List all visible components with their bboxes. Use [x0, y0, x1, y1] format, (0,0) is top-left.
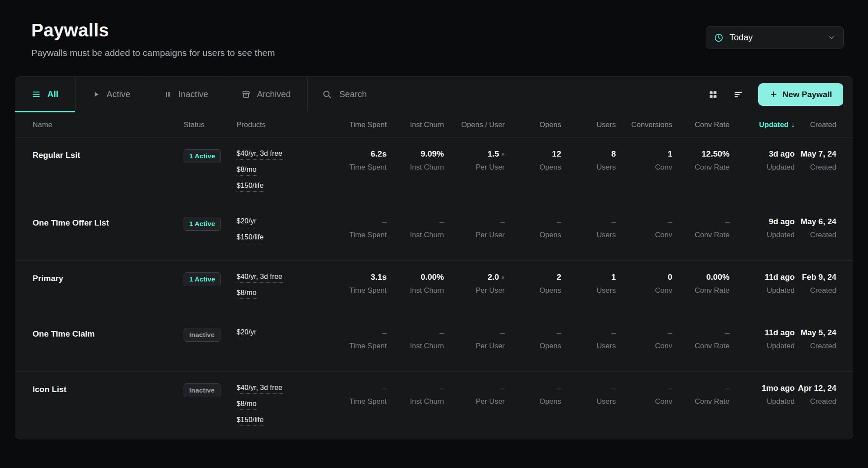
column-header-inst-churn[interactable]: Inst Churn [387, 121, 444, 129]
product-item[interactable]: $20/yr [237, 217, 256, 227]
metric-value: – [444, 217, 505, 226]
table-row[interactable]: Icon ListInactive$40/yr, 3d free$8/mo$15… [15, 372, 853, 439]
column-header-created[interactable]: Created [795, 121, 836, 129]
column-header-opens[interactable]: Opens [505, 121, 561, 129]
created-cell: Feb 9, 24Created [795, 272, 836, 295]
page-subtitle: Paywalls must be added to campaigns for … [31, 48, 275, 58]
updated-cell: 11d agoUpdated [730, 272, 795, 295]
column-header-products[interactable]: Products [237, 121, 322, 129]
paywall-name: Primary [33, 272, 184, 283]
metric-conv: 0Conv [616, 272, 672, 295]
tab-all[interactable]: All [15, 77, 76, 112]
updated-label: Updated [730, 163, 795, 172]
new-paywall-button[interactable]: New Paywall [758, 83, 843, 106]
metric-label: Inst Churn [387, 397, 444, 406]
product-item[interactable]: $150/life [237, 416, 263, 426]
created-cell: May 5, 24Created [795, 328, 836, 350]
metric-label: Conv [616, 286, 672, 295]
column-header-name[interactable]: Name [33, 121, 184, 129]
status-cell: Inactive [184, 383, 237, 397]
table-row[interactable]: Regular Lsit1 Active$40/yr, 3d free$8/mo… [15, 137, 853, 205]
product-item[interactable]: $8/mo [237, 288, 256, 299]
sort-lines-icon [733, 90, 743, 99]
metric-users: –Users [561, 383, 616, 406]
column-header-updated[interactable]: Updated↓ [730, 121, 795, 129]
column-header-conversions[interactable]: Conversions [616, 121, 672, 129]
new-paywall-label: New Paywall [783, 90, 832, 99]
clock-icon [714, 33, 723, 43]
column-header-status[interactable]: Status [184, 121, 237, 129]
product-item[interactable]: $40/yr, 3d free [237, 149, 283, 160]
table-row[interactable]: One Time Offer List1 Active$20/yr$150/li… [15, 205, 853, 261]
column-header-users[interactable]: Users [561, 121, 616, 129]
metric-label: Conv Rate [672, 231, 730, 239]
product-item[interactable]: $8/mo [237, 399, 256, 410]
tab-active[interactable]: Active [76, 77, 147, 112]
metric-label: Per User [444, 286, 505, 295]
column-header-opens-user[interactable]: Opens / User [444, 121, 505, 129]
product-item[interactable]: $40/yr, 3d free [237, 383, 283, 394]
metric-label: Conv [616, 397, 672, 406]
metric-value: – [561, 383, 616, 393]
metric-value: – [444, 383, 505, 393]
metric-label: Per User [444, 397, 505, 406]
metric-label: Conv Rate [672, 342, 730, 350]
metric-value: – [387, 217, 444, 226]
metric-value: 12 [505, 149, 561, 159]
column-header-conv-rate[interactable]: Conv Rate [672, 121, 730, 129]
product-item[interactable]: $20/yr [237, 328, 256, 338]
created-label: Created [795, 163, 836, 172]
multiplier-sign: × [501, 274, 505, 281]
metric-conv-rate: –Conv Rate [672, 383, 730, 406]
metric-label: Opens [505, 397, 561, 406]
metric-label: Time Spent [322, 231, 387, 239]
date-filter-button[interactable]: Today [706, 26, 844, 49]
products-cell: $40/yr, 3d free$8/mo$150/life [237, 149, 322, 192]
metric-label: Per User [444, 231, 505, 239]
list-icon [32, 90, 41, 99]
updated-value: 11d ago [730, 272, 795, 282]
metric-label: Users [561, 397, 616, 406]
table-row[interactable]: One Time ClaimInactive$20/yr–Time Spent–… [15, 316, 853, 372]
metric-label: Users [561, 286, 616, 295]
metric-value: – [387, 383, 444, 393]
updated-label: Updated [730, 286, 795, 295]
metric-inst-churn: –Inst Churn [387, 383, 444, 406]
table-row[interactable]: Primary1 Active$40/yr, 3d free$8/mo3.1sT… [15, 261, 853, 316]
tab-inactive[interactable]: Inactive [147, 77, 225, 112]
tab-all-label: All [47, 89, 59, 99]
metric-label: Conv [616, 231, 672, 239]
metric-opens: –Opens [505, 383, 561, 406]
created-cell: May 6, 24Created [795, 217, 836, 239]
paywall-name: Regular Lsit [33, 149, 184, 160]
product-item[interactable]: $150/life [237, 233, 263, 243]
chevron-down-icon [828, 34, 835, 42]
products-cell: $40/yr, 3d free$8/mo [237, 272, 322, 299]
product-item[interactable]: $40/yr, 3d free [237, 272, 283, 283]
metric-value: 9.09% [387, 149, 444, 159]
column-header-time-spent[interactable]: Time Spent [322, 121, 387, 129]
tab-archived[interactable]: Archived [225, 77, 308, 112]
metric-label: Opens [505, 163, 561, 172]
metric-inst-churn: –Inst Churn [387, 217, 444, 239]
product-item[interactable]: $150/life [237, 181, 263, 192]
updated-value: 3d ago [730, 149, 795, 159]
grid-view-button[interactable] [704, 85, 723, 104]
metric-value: 0.00% [672, 272, 730, 282]
products-cell: $20/yr [237, 328, 322, 338]
metric-inst-churn: 0.00%Inst Churn [387, 272, 444, 295]
products-cell: $20/yr$150/life [237, 217, 322, 243]
metric-value: 1.5× [444, 149, 505, 159]
metric-label: Inst Churn [387, 342, 444, 350]
metric-value: 0 [616, 272, 672, 282]
list-view-button[interactable] [729, 85, 748, 104]
product-item[interactable]: $8/mo [237, 165, 256, 176]
metric-label: Conv [616, 163, 672, 172]
metric-value: – [505, 217, 561, 226]
metric-label: Conv Rate [672, 286, 730, 295]
metric-conv: 1Conv [616, 149, 672, 172]
search-input[interactable] [339, 89, 689, 100]
metric-time-spent: –Time Spent [322, 217, 387, 239]
metric-value: – [672, 383, 730, 393]
metric-conv: –Conv [616, 383, 672, 406]
